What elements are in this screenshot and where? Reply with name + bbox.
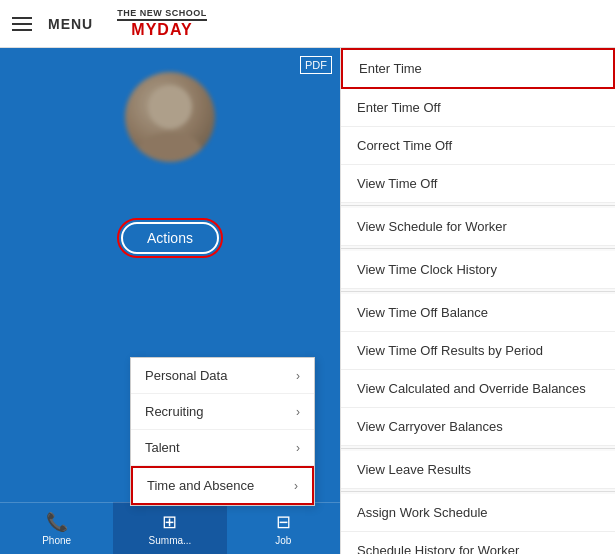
- context-menu-view-leave-results[interactable]: View Leave Results: [341, 451, 615, 489]
- context-menu-view-schedule[interactable]: View Schedule for Worker: [341, 208, 615, 246]
- chevron-right-icon: ›: [296, 405, 300, 419]
- context-menu-group-6: Assign Work Schedule Schedule History fo…: [341, 494, 615, 554]
- dropdown-item-talent[interactable]: Talent ›: [131, 430, 314, 466]
- dropdown-item-recruiting[interactable]: Recruiting ›: [131, 394, 314, 430]
- context-menu-view-time-off-results[interactable]: View Time Off Results by Period: [341, 332, 615, 370]
- context-menu-assign-work-schedule[interactable]: Assign Work Schedule: [341, 494, 615, 532]
- logo-myday: MYDAY: [131, 21, 192, 39]
- actions-button[interactable]: Actions: [121, 222, 219, 254]
- tab-phone[interactable]: 📞 Phone: [0, 502, 113, 554]
- chevron-right-icon: ›: [296, 369, 300, 383]
- divider-4: [341, 448, 615, 449]
- context-menu-view-calculated-balances[interactable]: View Calculated and Override Balances: [341, 370, 615, 408]
- context-menu-group-4: View Time Off Balance View Time Off Resu…: [341, 294, 615, 446]
- bottom-tabs: 📞 Phone ⊞ Summa... ⊟ Job: [0, 502, 340, 554]
- svg-point-0: [148, 85, 192, 129]
- tab-summary[interactable]: ⊞ Summa...: [113, 502, 226, 554]
- context-menu-enter-time[interactable]: Enter Time: [341, 48, 615, 89]
- svg-point-1: [138, 132, 202, 162]
- chevron-right-icon: ›: [296, 441, 300, 455]
- avatar: [125, 72, 215, 162]
- grid-icon: ⊞: [162, 511, 177, 533]
- context-menu-correct-time-off[interactable]: Correct Time Off: [341, 127, 615, 165]
- divider-2: [341, 248, 615, 249]
- logo-area: THE NEW SCHOOL MYDAY: [117, 8, 207, 39]
- context-menu-group-2: View Schedule for Worker: [341, 208, 615, 246]
- context-menu-view-time-off-balance[interactable]: View Time Off Balance: [341, 294, 615, 332]
- dropdown-item-personal-data[interactable]: Personal Data ›: [131, 358, 314, 394]
- left-panel: PDF Actions Personal Data › Recruiting ›…: [0, 48, 340, 554]
- actions-wrapper: Actions: [0, 222, 340, 254]
- top-navigation: MENU THE NEW SCHOOL MYDAY: [0, 0, 615, 48]
- right-panel-context-menu: Enter Time Enter Time Off Correct Time O…: [340, 48, 615, 554]
- dropdown-menu: Personal Data › Recruiting › Talent › Ti…: [130, 357, 315, 506]
- logo-school: THE NEW SCHOOL: [117, 8, 207, 21]
- job-icon: ⊟: [276, 511, 291, 533]
- context-menu-view-carryover-balances[interactable]: View Carryover Balances: [341, 408, 615, 446]
- menu-label: MENU: [48, 16, 93, 32]
- context-menu-view-time-off[interactable]: View Time Off: [341, 165, 615, 203]
- divider-5: [341, 491, 615, 492]
- context-menu-group-1: Enter Time Enter Time Off Correct Time O…: [341, 48, 615, 203]
- dropdown-item-time-and-absence[interactable]: Time and Absence ›: [131, 466, 314, 505]
- pdf-icon[interactable]: PDF: [300, 56, 332, 74]
- main-content: PDF Actions Personal Data › Recruiting ›…: [0, 48, 615, 554]
- divider-3: [341, 291, 615, 292]
- context-menu-group-5: View Leave Results: [341, 451, 615, 489]
- divider-1: [341, 205, 615, 206]
- context-menu-schedule-history[interactable]: Schedule History for Worker: [341, 532, 615, 554]
- hamburger-menu-icon[interactable]: [12, 17, 32, 31]
- tab-job[interactable]: ⊟ Job: [227, 502, 340, 554]
- context-menu-group-3: View Time Clock History: [341, 251, 615, 289]
- chevron-right-icon: ›: [294, 479, 298, 493]
- context-menu-enter-time-off[interactable]: Enter Time Off: [341, 89, 615, 127]
- phone-icon: 📞: [46, 511, 68, 533]
- context-menu-view-clock-history[interactable]: View Time Clock History: [341, 251, 615, 289]
